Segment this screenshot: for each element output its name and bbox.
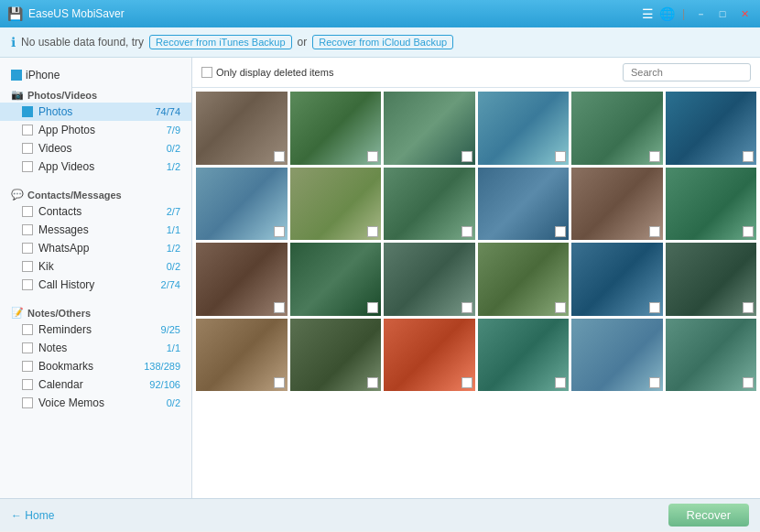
photo-checkbox[interactable] [367, 302, 378, 313]
photo-checkbox[interactable] [555, 151, 566, 162]
voice-memos-label: Voice Memos [38, 396, 104, 409]
sidebar-item-whatsapp[interactable]: WhatsApp 1/2 [0, 239, 191, 257]
app-photos-checkbox[interactable] [22, 125, 33, 136]
sidebar-item-kik[interactable]: Kik 0/2 [0, 257, 191, 276]
photo-cell[interactable] [571, 243, 663, 316]
photo-cell[interactable] [478, 243, 570, 316]
photo-checkbox[interactable] [367, 226, 378, 237]
recover-icloud-link[interactable]: Recover from iCloud Backup [312, 35, 453, 49]
photo-cell[interactable] [666, 92, 757, 165]
photo-cell[interactable] [478, 92, 570, 165]
minimize-button[interactable]: － [692, 5, 709, 22]
photo-cell[interactable] [196, 243, 288, 316]
notes-count: 1/1 [167, 342, 180, 353]
photo-checkbox[interactable] [461, 226, 472, 237]
home-button[interactable]: ← Home [11, 509, 54, 522]
sidebar-section-notes: 📝 Notes/Others [0, 301, 191, 320]
reminders-checkbox[interactable] [22, 324, 33, 335]
menu-icon[interactable]: ☰ [642, 6, 654, 21]
photos-section-icon: 📷 [11, 89, 24, 101]
sidebar-item-app-videos[interactable]: App Videos 1/2 [0, 157, 191, 176]
messages-checkbox[interactable] [22, 224, 33, 235]
photo-checkbox[interactable] [274, 151, 285, 162]
sidebar-item-calendar[interactable]: Calendar 92/106 [0, 375, 191, 394]
photo-checkbox[interactable] [649, 226, 660, 237]
only-deleted-label-text: Only display deleted items [216, 67, 333, 78]
photo-cell[interactable] [384, 243, 475, 316]
photo-cell[interactable] [571, 92, 663, 165]
photo-cell[interactable] [290, 92, 382, 165]
photo-cell[interactable] [290, 168, 382, 241]
close-button[interactable]: ✕ [736, 5, 753, 22]
photo-cell[interactable] [384, 92, 475, 165]
bookmarks-checkbox[interactable] [22, 361, 33, 372]
photo-checkbox[interactable] [274, 302, 285, 313]
photo-checkbox[interactable] [461, 377, 472, 388]
app-videos-checkbox[interactable] [22, 161, 33, 172]
photo-checkbox[interactable] [461, 302, 472, 313]
photo-cell[interactable] [384, 168, 475, 241]
whatsapp-checkbox[interactable] [22, 243, 33, 254]
recover-button[interactable]: Recover [668, 504, 749, 527]
sidebar-item-reminders[interactable]: Reminders 9/25 [0, 320, 191, 339]
contacts-checkbox[interactable] [22, 206, 33, 217]
photo-checkbox[interactable] [555, 377, 566, 388]
info-icon: ℹ [11, 35, 16, 49]
photos-label: Photos [38, 105, 72, 118]
photo-checkbox[interactable] [367, 151, 378, 162]
sidebar-item-contacts[interactable]: Contacts 2/7 [0, 202, 191, 221]
photo-cell[interactable] [666, 319, 757, 392]
titlebar: 💾 EaseUS MobiSaver ☰ 🌐 | － □ ✕ [0, 0, 760, 27]
photo-checkbox[interactable] [555, 302, 566, 313]
photo-checkbox[interactable] [743, 377, 754, 388]
search-input[interactable] [623, 63, 751, 81]
photo-cell[interactable] [571, 319, 663, 392]
videos-checkbox[interactable] [22, 143, 33, 154]
photo-checkbox[interactable] [743, 226, 754, 237]
voice-memos-checkbox[interactable] [22, 397, 33, 408]
photo-cell[interactable] [478, 168, 570, 241]
maximize-button[interactable]: □ [714, 5, 731, 22]
photo-checkbox[interactable] [649, 302, 660, 313]
device-checkbox[interactable] [11, 70, 22, 81]
photos-checkbox[interactable] [22, 106, 33, 117]
sidebar-item-voice-memos[interactable]: Voice Memos 0/2 [0, 394, 191, 412]
call-history-checkbox[interactable] [22, 279, 33, 290]
only-deleted-toggle[interactable]: Only display deleted items [201, 67, 333, 78]
photos-count: 74/74 [155, 106, 180, 117]
only-deleted-checkbox[interactable] [201, 67, 212, 78]
sidebar-item-bookmarks[interactable]: Bookmarks 138/289 [0, 357, 191, 375]
photo-cell[interactable] [196, 168, 288, 241]
sidebar-item-messages[interactable]: Messages 1/1 [0, 221, 191, 239]
photo-cell[interactable] [196, 319, 288, 392]
photo-cell[interactable] [290, 243, 382, 316]
sidebar-item-call-history[interactable]: Call History 2/74 [0, 276, 191, 294]
photo-checkbox[interactable] [649, 151, 660, 162]
recover-itunes-link[interactable]: Recover from iTunes Backup [149, 35, 291, 49]
calendar-count: 92/106 [149, 379, 180, 390]
sidebar-item-videos[interactable]: Videos 0/2 [0, 139, 191, 157]
photo-checkbox[interactable] [743, 151, 754, 162]
photo-checkbox[interactable] [649, 377, 660, 388]
photo-checkbox[interactable] [555, 226, 566, 237]
sidebar-item-photos[interactable]: Photos 74/74 [0, 103, 191, 121]
photo-checkbox[interactable] [274, 377, 285, 388]
photo-checkbox[interactable] [743, 302, 754, 313]
photo-cell[interactable] [384, 319, 475, 392]
globe-icon[interactable]: 🌐 [659, 6, 675, 21]
calendar-checkbox[interactable] [22, 379, 33, 390]
photo-cell[interactable] [666, 168, 757, 241]
messages-label: Messages [38, 223, 89, 236]
sidebar-item-notes[interactable]: Notes 1/1 [0, 339, 191, 357]
photo-cell[interactable] [666, 243, 757, 316]
photo-checkbox[interactable] [461, 151, 472, 162]
sidebar-item-app-photos[interactable]: App Photos 7/9 [0, 121, 191, 139]
notes-checkbox[interactable] [22, 342, 33, 353]
photo-checkbox[interactable] [367, 377, 378, 388]
kik-checkbox[interactable] [22, 261, 33, 272]
photo-cell[interactable] [290, 319, 382, 392]
photo-cell[interactable] [478, 319, 570, 392]
photo-cell[interactable] [571, 168, 663, 241]
photo-checkbox[interactable] [274, 226, 285, 237]
photo-cell[interactable] [196, 92, 288, 165]
